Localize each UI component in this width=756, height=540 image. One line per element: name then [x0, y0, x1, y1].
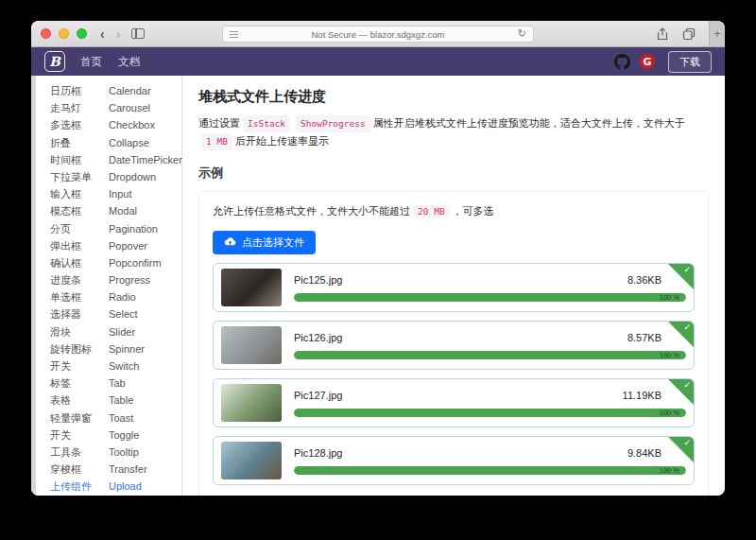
- sidebar-item-label-zh: 表格: [50, 392, 109, 409]
- sidebar-item-label-zh: 开关: [50, 357, 109, 375]
- sidebar-item-radio[interactable]: 单选框Radio: [50, 288, 181, 305]
- sidebar-item-popconfirm[interactable]: 确认框Popconfirm: [50, 254, 181, 271]
- file-name: Pic125.jpg: [294, 274, 342, 286]
- sidebar-item-label-en: Table: [109, 392, 133, 409]
- sidebar-item-modal[interactable]: 模态框Modal: [50, 202, 181, 219]
- sidebar-item-toggle[interactable]: 开关Toggle: [50, 427, 181, 444]
- code-chip: IsStack: [243, 115, 290, 132]
- sidebar-item-label-zh: 开关: [50, 427, 109, 444]
- sidebar-item-collapse[interactable]: 折叠Collapse: [50, 134, 181, 151]
- minimize-button[interactable]: [59, 28, 69, 39]
- text-run: 通过设置: [198, 117, 240, 129]
- app-logo[interactable]: B: [44, 51, 65, 72]
- sidebar-item-carousel[interactable]: 走马灯Carousel: [50, 99, 181, 116]
- sidebar-item-label-zh: 确认框: [50, 254, 109, 271]
- file-row: Pic125.jpg8.36KB100 %✓: [213, 263, 695, 312]
- back-icon[interactable]: ‹: [100, 27, 105, 41]
- sidebar-item-label-zh: 轻量弹窗: [50, 409, 109, 427]
- sidebar-item-tooltip[interactable]: 工具条Tooltip: [50, 444, 181, 461]
- file-info: Pic125.jpg8.36KB100 %: [294, 273, 686, 302]
- sidebar-item-label-zh: 日历框: [50, 82, 109, 99]
- traffic-lights: [41, 28, 87, 39]
- text-run: 允许上传任意格式文件，文件大小不能超过: [213, 205, 410, 217]
- zoom-button[interactable]: [77, 28, 87, 39]
- sidebar-item-label-en: Toast: [109, 409, 133, 427]
- sidebar-item-label-zh: 上传组件: [50, 478, 109, 495]
- sidebar-item-transfer[interactable]: 穿梭框Transfer: [50, 461, 181, 478]
- desktop-background: ‹ › Not Secure — blazor.sdgxgz.com ↻ +: [0, 0, 756, 540]
- sidebar-item-pagination[interactable]: 分页Pagination: [50, 220, 181, 237]
- progress-track: 100 %: [294, 293, 686, 302]
- file-thumbnail: [221, 384, 282, 422]
- nav-docs[interactable]: 文档: [118, 55, 140, 69]
- check-icon: ✓: [683, 322, 691, 332]
- sidebar-item-datetimepicker[interactable]: 时间框DateTimePicker: [50, 151, 181, 168]
- section-title: 示例: [198, 165, 709, 182]
- url-text: Not Secure — blazor.sdgxgz.com: [312, 29, 445, 40]
- file-thumbnail: [221, 442, 282, 479]
- sidebar-item-progress[interactable]: 进度条Progress: [50, 271, 181, 288]
- sidebar-item-dropdown[interactable]: 下拉菜单Dropdown: [50, 168, 181, 185]
- cloud-upload-icon: [224, 236, 236, 249]
- sidebar-item-calendar[interactable]: 日历框Calendar: [50, 82, 181, 99]
- sidebar-item-switch[interactable]: 开关Switch: [50, 357, 181, 375]
- address-bar[interactable]: Not Secure — blazor.sdgxgz.com ↻: [222, 26, 534, 43]
- file-row-header: Pic125.jpg8.36KB: [294, 274, 686, 286]
- file-row-header: Pic126.jpg8.57KB: [294, 332, 686, 343]
- sidebar-item-slider[interactable]: 滑块Slider: [50, 323, 181, 340]
- github-icon[interactable]: [614, 54, 630, 70]
- sidebar-item-label-zh: 折叠: [50, 134, 109, 151]
- sidebar-item-upload[interactable]: 上传组件Upload: [50, 478, 181, 495]
- sidebar-item-popover[interactable]: 弹出框Popover: [50, 237, 181, 254]
- browser-window: ‹ › Not Secure — blazor.sdgxgz.com ↻ +: [31, 21, 725, 496]
- file-size: 11.19KB: [623, 390, 662, 401]
- tab-overview-icon[interactable]: [682, 27, 696, 41]
- check-icon: ✓: [683, 380, 691, 390]
- sidebar-item-label-en: Transfer: [109, 461, 147, 478]
- sidebar-item-label-zh: 输入框: [50, 185, 109, 202]
- nav-home[interactable]: 首页: [80, 55, 102, 69]
- reload-icon[interactable]: ↻: [518, 27, 526, 40]
- file-name: Pic128.jpg: [294, 447, 342, 459]
- gitee-icon[interactable]: G: [640, 54, 655, 69]
- sidebar-item-label-zh: 标签: [50, 375, 109, 392]
- close-button[interactable]: [41, 28, 51, 39]
- sidebar-item-checkbox[interactable]: 多选框Checkbox: [50, 116, 181, 133]
- download-button[interactable]: 下载: [668, 51, 712, 73]
- sidebar-item-input[interactable]: 输入框Input: [50, 185, 181, 202]
- file-size: 9.84KB: [627, 447, 662, 459]
- sidebar-item-label-zh: 进度条: [50, 271, 109, 288]
- sidebar-item-label-en: Tab: [109, 375, 126, 392]
- sidebar-item-toast[interactable]: 轻量弹窗Toast: [50, 409, 181, 427]
- file-size: 8.57KB: [627, 332, 662, 343]
- sidebar-item-spinner[interactable]: 旋转图标Spinner: [50, 340, 181, 357]
- file-info: Pic128.jpg9.84KB100 %: [294, 446, 686, 475]
- sidebar-item-label-en: Select: [109, 305, 138, 322]
- forward-icon[interactable]: ›: [116, 27, 121, 41]
- reader-mode-icon[interactable]: [230, 31, 238, 39]
- file-size: 8.36KB: [627, 274, 662, 286]
- sidebar-item-label-en: Popconfirm: [109, 254, 162, 271]
- sidebar-item-label-zh: 滑块: [50, 323, 109, 340]
- sidebar-item-label-zh: 弹出框: [50, 237, 109, 254]
- progress-bar: [294, 466, 686, 475]
- sidebar-item-tab[interactable]: 标签Tab: [50, 375, 181, 392]
- progress-track: 100 %: [294, 351, 686, 359]
- check-icon: ✓: [683, 265, 691, 274]
- file-info: Pic127.jpg11.19KB100 %: [294, 389, 686, 417]
- new-tab-icon[interactable]: +: [709, 21, 725, 46]
- select-file-button[interactable]: 点击选择文件: [213, 231, 316, 254]
- sidebar-scrollbar[interactable]: [31, 76, 36, 496]
- file-row: Pic127.jpg11.19KB100 %✓: [213, 378, 695, 427]
- sidebar-item-label-en: Calendar: [109, 82, 151, 99]
- sidebar-item-label-zh: 下拉菜单: [50, 168, 109, 185]
- share-icon[interactable]: [656, 27, 669, 41]
- sidebar-item-label-zh: 模态框: [50, 202, 109, 219]
- file-thumbnail: [221, 326, 282, 364]
- sidebar-item-label-en: Tooltip: [109, 444, 139, 461]
- sidebar-item-table[interactable]: 表格Table: [50, 392, 181, 409]
- sidebar-toggle-icon[interactable]: [131, 28, 145, 39]
- text-run: 属性开启堆栈式文件上传进度预览功能，适合大文件上传，文件大于: [373, 117, 685, 129]
- sidebar-item-label-zh: 选择器: [50, 305, 109, 322]
- sidebar-item-select[interactable]: 选择器Select: [50, 305, 181, 322]
